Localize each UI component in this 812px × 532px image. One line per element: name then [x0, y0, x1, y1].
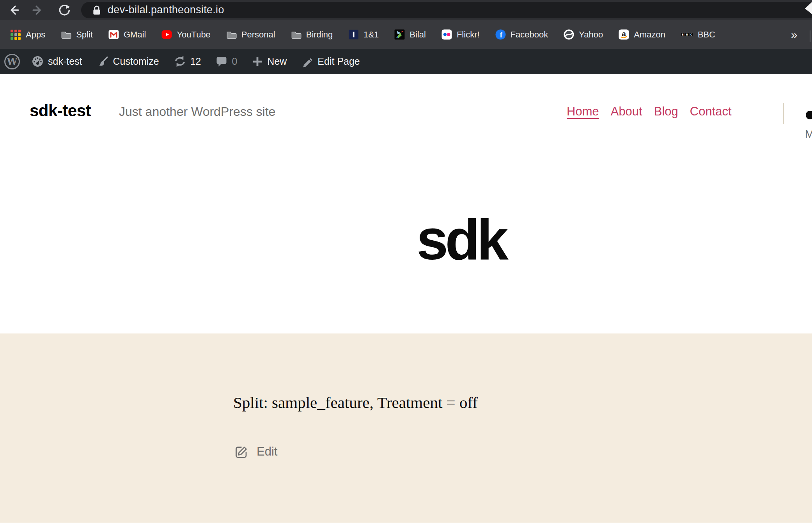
youtube-icon	[161, 29, 172, 40]
admin-site-name-label: sdk-test	[48, 56, 82, 67]
admin-new[interactable]: New	[252, 56, 287, 67]
yahoo-icon	[564, 29, 574, 40]
menu-dot-icon[interactable]	[806, 111, 812, 119]
bookmark-label: Split	[76, 30, 93, 40]
bookmark-label: Birding	[306, 30, 333, 40]
lock-icon	[92, 5, 101, 16]
admin-updates[interactable]: 12	[174, 55, 201, 67]
paintbrush-icon	[97, 56, 109, 67]
amazon-icon: a	[619, 29, 629, 40]
nav-link-contact[interactable]: Contact	[690, 105, 732, 119]
dashboard-gauge-icon	[32, 55, 44, 67]
menu-partial-label[interactable]: M	[805, 128, 812, 140]
admin-new-label: New	[267, 56, 287, 67]
bookmarks-bar-divider	[810, 30, 810, 42]
bookmark-youtube[interactable]: YouTube	[161, 29, 210, 40]
bookmark-label: YouTube	[177, 30, 210, 40]
url-text[interactable]: dev-bilal.pantheonsite.io	[108, 4, 224, 16]
bookmark-gmail[interactable]: GMail	[108, 29, 146, 40]
reload-button[interactable]	[58, 4, 71, 17]
nav-link-blog[interactable]: Blog	[654, 105, 678, 119]
bookmark-label: GMail	[124, 30, 146, 40]
plus-icon	[252, 56, 263, 67]
bookmark-label: Amazon	[634, 30, 665, 40]
bookmark-facebook[interactable]: f Facebook	[495, 29, 548, 40]
admin-edit-page-label: Edit Page	[317, 56, 360, 67]
bookmarks-overflow-chevron-icon[interactable]: »	[791, 20, 798, 49]
forward-button[interactable]	[31, 4, 44, 17]
edit-link-label: Edit	[257, 445, 277, 459]
browser-toolbar: dev-bilal.pantheonsite.io	[0, 0, 812, 20]
reload-icon	[58, 4, 71, 17]
pencil-icon	[301, 56, 313, 67]
back-button[interactable]	[7, 4, 20, 17]
bookmark-birding[interactable]: Birding	[291, 29, 333, 40]
primary-nav: Home About Blog Contact	[567, 105, 732, 119]
bookmark-label: Facebook	[511, 30, 548, 40]
admin-customize[interactable]: Customize	[97, 56, 159, 67]
bookmark-bilal[interactable]: Bilal	[394, 29, 426, 40]
admin-site-name[interactable]: sdk-test	[32, 55, 82, 67]
edit-icon	[233, 443, 250, 460]
bookmark-bbc[interactable]: BBC BBC	[681, 29, 715, 40]
split-section	[0, 333, 812, 523]
bookmark-amazon[interactable]: a Amazon	[619, 29, 665, 40]
hummingbird-icon	[394, 29, 405, 40]
site-title[interactable]: sdk-test	[30, 101, 91, 120]
back-arrow-icon	[7, 4, 20, 17]
split-message: Split: sample_feature, Treatment = off	[233, 393, 478, 412]
facebook-icon: f	[495, 29, 506, 40]
bookmark-label: Personal	[241, 30, 275, 40]
bookmark-label: Flickr!	[457, 30, 480, 40]
browser-window: dev-bilal.pantheonsite.io Apps Split GMa…	[0, 0, 812, 532]
site-logo: sdk	[417, 211, 505, 268]
bookmark-label: Apps	[26, 30, 45, 40]
bookmark-label: 1&1	[363, 30, 379, 40]
site-tagline: Just another WordPress site	[119, 105, 275, 119]
comment-icon	[216, 56, 227, 67]
bookmarks-bar: Apps Split GMail YouTube	[0, 20, 812, 49]
bookmark-personal[interactable]: Personal	[226, 29, 275, 40]
gmail-icon	[108, 29, 119, 40]
flickr-icon	[441, 29, 452, 40]
bookmark-label: Yahoo	[579, 30, 603, 40]
bookmark-1and1[interactable]: 1&1	[348, 29, 379, 40]
oneandone-icon	[348, 29, 359, 40]
admin-updates-count: 12	[190, 56, 201, 67]
bookmark-label: BBC	[698, 30, 715, 40]
svg-text:a: a	[622, 30, 626, 38]
bookmark-label: Bilal	[410, 30, 426, 40]
admin-edit-page[interactable]: Edit Page	[301, 56, 360, 67]
wp-logo-menu[interactable]: W	[4, 54, 20, 69]
nav-link-about[interactable]: About	[611, 105, 642, 119]
folder-icon	[61, 29, 71, 40]
bookmark-flickr[interactable]: Flickr!	[441, 29, 480, 40]
header-divider	[783, 103, 784, 124]
svg-text:f: f	[500, 31, 502, 39]
apps-grid-icon	[11, 29, 21, 40]
bookmark-split[interactable]: Split	[61, 29, 93, 40]
nav-link-home[interactable]: Home	[567, 105, 599, 119]
folder-icon	[291, 29, 301, 40]
folder-icon	[226, 29, 237, 40]
edit-link[interactable]: Edit	[233, 443, 277, 460]
bookmark-yahoo[interactable]: Yahoo	[564, 29, 603, 40]
updates-icon	[174, 55, 186, 67]
bookmark-apps[interactable]: Apps	[11, 29, 45, 40]
admin-comments[interactable]: 0	[216, 56, 237, 67]
bbc-icon: BBC	[681, 29, 693, 40]
wp-admin-bar: W sdk-test Customize	[0, 49, 812, 74]
admin-customize-label: Customize	[113, 56, 159, 67]
wordpress-logo-icon: W	[4, 54, 20, 69]
forward-arrow-icon	[31, 4, 44, 17]
admin-comments-count: 0	[232, 56, 237, 67]
